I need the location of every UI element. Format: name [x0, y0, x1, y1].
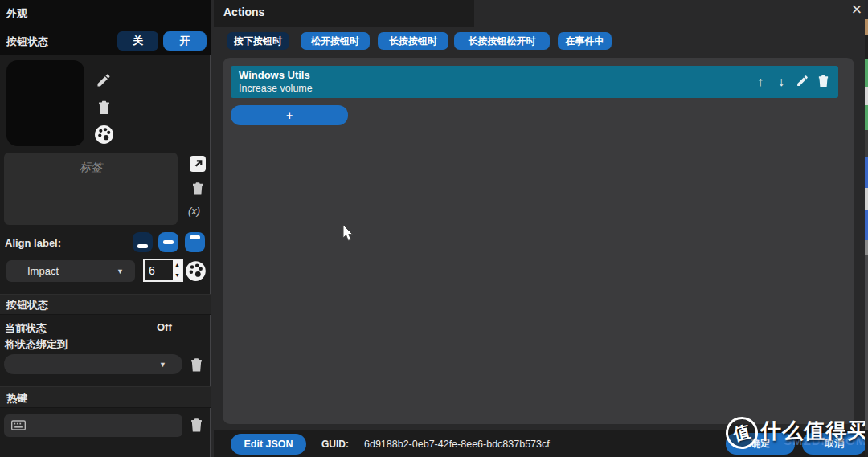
edit-action-button[interactable]: [793, 66, 811, 98]
hotkey-section-header: 热键: [0, 386, 211, 408]
move-down-icon[interactable]: ↓: [772, 66, 790, 98]
delete-image-button[interactable]: [97, 99, 111, 118]
text-color-button[interactable]: [185, 260, 207, 284]
button-label-input[interactable]: [4, 153, 178, 225]
delete-action-button[interactable]: [814, 66, 832, 98]
current-state-value: Off: [157, 321, 172, 333]
edit-json-button[interactable]: Edit JSON: [231, 434, 306, 455]
guid-value: 6d9188b2-0eb7-42fe-8ee6-bdc837b573cf: [364, 439, 550, 450]
action-name: Increase volume: [239, 83, 313, 94]
screen-edge-strip: [865, 0, 868, 457]
cancel-button[interactable]: 取消: [802, 433, 866, 455]
spin-down-icon[interactable]: ▼: [173, 271, 182, 281]
keyboard-icon: [11, 420, 26, 433]
trash-icon: [191, 187, 204, 199]
button-state-label: 按钮状态: [6, 35, 48, 49]
external-arrow-icon: [193, 157, 203, 170]
guid-label: GUID:: [321, 439, 349, 450]
trash-icon: [190, 424, 203, 436]
variable-hint: (x): [188, 205, 200, 217]
trash-icon: [97, 106, 111, 118]
align-top-button[interactable]: [185, 232, 205, 252]
tab-on-long-press-release[interactable]: 长按按钮松开时: [454, 32, 550, 50]
mouse-cursor: [342, 225, 355, 246]
action-plugin-name: Windows Utils: [239, 69, 310, 81]
trash-icon: [190, 364, 203, 376]
palette-icon: [185, 272, 207, 284]
pencil-icon: [796, 74, 809, 91]
tab-on-event[interactable]: 在事件中: [558, 32, 612, 50]
ok-button[interactable]: 确定: [726, 433, 795, 455]
action-card[interactable]: Windows Utils Increase volume ↑ ↓: [231, 66, 838, 98]
align-middle-button[interactable]: [158, 232, 178, 252]
actions-panel: Windows Utils Increase volume ↑ ↓ +: [223, 58, 854, 424]
font-size-stepper: ▲ ▼: [143, 259, 183, 282]
pencil-icon: [96, 79, 112, 91]
align-top-bar-icon: [190, 235, 200, 239]
current-state-label: 当前状态: [5, 321, 47, 336]
state-off-button[interactable]: 关: [117, 31, 158, 51]
edit-image-button[interactable]: [96, 72, 112, 91]
font-family-dropdown[interactable]: Impact ▼: [6, 260, 135, 282]
bind-state-label: 将状态绑定到: [5, 337, 68, 352]
state-on-button[interactable]: 开: [163, 31, 207, 51]
clear-hotkey-button[interactable]: [190, 416, 203, 436]
font-family-value: Impact: [27, 265, 59, 277]
appearance-header: 外观: [6, 6, 27, 21]
tab-on-release[interactable]: 松开按钮时: [301, 32, 370, 50]
chevron-down-icon: ▼: [117, 261, 124, 283]
actions-title: Actions: [223, 6, 264, 18]
move-up-icon[interactable]: ↑: [751, 66, 769, 98]
state-section-header: 按钮状态: [0, 294, 211, 315]
palette-icon: [94, 135, 114, 147]
button-preview[interactable]: [6, 60, 84, 146]
expand-label-button[interactable]: [190, 156, 206, 172]
trash-icon: [817, 73, 829, 92]
bind-state-dropdown[interactable]: ▼: [4, 354, 182, 374]
sidebar: 外观 按钮状态 关 开: [0, 0, 211, 457]
font-size-input[interactable]: [145, 260, 173, 280]
hotkey-input[interactable]: [4, 414, 182, 437]
tab-on-long-press[interactable]: 长按按钮时: [378, 32, 448, 50]
clear-binding-button[interactable]: [190, 356, 203, 376]
align-middle-bar-icon: [163, 240, 174, 244]
align-bottom-bar-icon: [137, 244, 148, 248]
chevron-down-icon: ▼: [159, 361, 166, 369]
align-bottom-button[interactable]: [133, 232, 153, 252]
app-window: 外观 按钮状态 关 开: [0, 0, 868, 457]
spin-up-icon[interactable]: ▲: [173, 260, 182, 271]
spinner: ▲ ▼: [173, 260, 182, 280]
actions-title-bar: Actions: [214, 0, 474, 27]
button-color-button[interactable]: [94, 124, 114, 147]
clear-label-button[interactable]: [191, 180, 204, 199]
align-label: Align label:: [5, 237, 61, 249]
tab-on-press[interactable]: 按下按钮时: [227, 32, 289, 50]
add-action-button[interactable]: +: [231, 105, 348, 125]
